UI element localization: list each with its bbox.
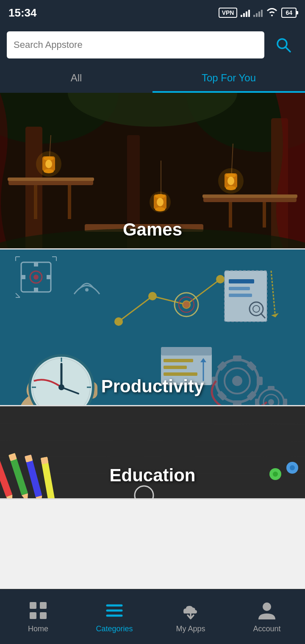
search-bar	[0, 25, 305, 64]
search-input-wrapper[interactable]	[7, 31, 264, 58]
games-label: Games	[0, 211, 305, 248]
nav-label-my-apps: My Apps	[176, 625, 205, 633]
tab-top-for-you[interactable]: Top For You	[152, 64, 305, 92]
svg-rect-43	[21, 275, 25, 279]
svg-rect-89	[164, 359, 193, 362]
search-input[interactable]	[14, 39, 258, 50]
svg-point-145	[263, 602, 271, 611]
svg-rect-12	[202, 194, 297, 198]
category-card-productivity[interactable]: Productivity	[0, 250, 305, 406]
svg-line-1	[286, 47, 290, 52]
signal-icon-1	[241, 8, 250, 17]
home-icon	[28, 600, 49, 621]
main-content: Games	[0, 93, 305, 544]
svg-point-34	[218, 168, 244, 194]
search-icon	[274, 36, 293, 54]
status-time: 15:34	[8, 6, 37, 19]
categories-icon	[104, 600, 125, 621]
svg-rect-140	[40, 612, 47, 619]
svg-rect-65	[229, 287, 250, 290]
svg-rect-138	[40, 602, 47, 609]
spacer	[0, 544, 305, 589]
nav-label-categories: Categories	[96, 625, 133, 633]
vpn-badge: VPN	[219, 8, 238, 18]
bottom-nav: Home Categories My Apps Account	[0, 589, 305, 644]
status-icons: VPN 64	[219, 7, 297, 19]
search-button[interactable]	[269, 31, 298, 58]
svg-rect-139	[30, 612, 36, 619]
svg-rect-64	[229, 279, 254, 283]
wifi-icon	[266, 7, 278, 19]
svg-rect-66	[229, 294, 252, 297]
my-apps-icon	[180, 600, 201, 621]
svg-point-61	[183, 301, 190, 308]
svg-point-40	[33, 275, 39, 280]
svg-rect-137	[30, 602, 36, 609]
nav-item-my-apps[interactable]: My Apps	[152, 589, 229, 644]
svg-rect-41	[34, 262, 38, 266]
battery-badge: 64	[281, 8, 297, 18]
nav-item-account[interactable]: Account	[229, 589, 305, 644]
svg-rect-42	[34, 288, 38, 292]
category-card-education[interactable]: Education	[0, 406, 305, 500]
tab-bar: All Top For You	[0, 64, 305, 93]
nav-label-account: Account	[253, 625, 280, 633]
svg-rect-97	[233, 355, 241, 361]
nav-item-home[interactable]: Home	[0, 589, 76, 644]
svg-point-33	[36, 151, 61, 177]
svg-marker-129	[48, 499, 56, 500]
category-card-games[interactable]: Games	[0, 93, 305, 250]
signal-icon-2	[253, 8, 263, 17]
svg-rect-10	[8, 178, 94, 181]
status-bar: 15:34 VPN 64	[0, 0, 305, 25]
svg-rect-44	[47, 275, 51, 279]
svg-point-35	[150, 192, 171, 213]
svg-point-51	[85, 288, 89, 291]
education-label: Education	[0, 457, 305, 494]
svg-rect-88	[161, 347, 212, 355]
tab-all[interactable]: All	[0, 64, 152, 92]
nav-item-categories[interactable]: Categories	[76, 589, 152, 644]
nav-label-home: Home	[28, 625, 48, 633]
account-icon	[256, 600, 277, 621]
productivity-label: Productivity	[0, 368, 305, 405]
